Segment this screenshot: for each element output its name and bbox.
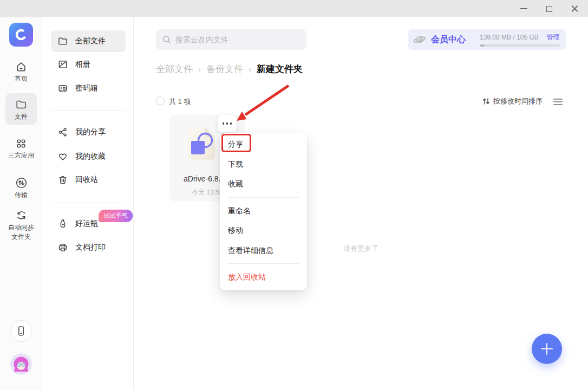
- maximize-button[interactable]: [541, 2, 557, 16]
- sort-control[interactable]: 按修改时间排序: [482, 96, 543, 106]
- rail-item-third-party-apps[interactable]: 三方应用: [0, 138, 42, 160]
- breadcrumb-item-current-folder: 新建文件夹: [257, 63, 303, 75]
- search-input[interactable]: [175, 35, 300, 44]
- menu-item-rename[interactable]: 重命名: [220, 201, 307, 221]
- planet-icon: [413, 33, 426, 46]
- sidebar-item-label: 好运瓶: [75, 219, 98, 229]
- folder-icon: [57, 36, 68, 47]
- sort-label: 按修改时间排序: [493, 96, 543, 106]
- sidebar-item-doc-print[interactable]: 文档打印: [51, 237, 126, 258]
- mobile-app-button[interactable]: [10, 320, 32, 342]
- heart-icon: [57, 151, 68, 162]
- rail-item-files[interactable]: 文件: [5, 93, 37, 125]
- search-bar[interactable]: [156, 29, 306, 50]
- context-menu: 分享 下载 收藏 重命名 移动 查看详细信息 放入回收站: [220, 133, 307, 290]
- avatar-image: [10, 353, 32, 375]
- sidebar: 全部文件 相册 密码箱 我的分享 我的收藏 回收站: [42, 17, 134, 390]
- no-more-items-label: 没有更多了: [134, 244, 588, 253]
- sidebar-item-all-files[interactable]: 全部文件: [51, 30, 126, 52]
- folder-icon: [15, 99, 27, 110]
- apps-icon: [15, 138, 27, 150]
- share-icon: [57, 127, 68, 138]
- sidebar-item-label: 文档打印: [75, 243, 106, 252]
- menu-item-move[interactable]: 移动: [220, 220, 307, 240]
- menu-item-download[interactable]: 下载: [220, 154, 307, 174]
- breadcrumb-item-all-files[interactable]: 全部文件: [156, 63, 193, 75]
- minimize-icon: [520, 8, 527, 9]
- titlebar: [0, 0, 588, 17]
- menu-item-share[interactable]: 分享: [220, 134, 307, 154]
- minimize-button[interactable]: [515, 2, 532, 16]
- sidebar-item-label: 全部文件: [75, 36, 106, 46]
- member-center[interactable]: 会员中心 139.08 MB / 105 GB 管理: [408, 29, 566, 50]
- safe-box-icon: [57, 83, 68, 94]
- breadcrumb-separator: ›: [249, 64, 251, 74]
- main-content: 会员中心 139.08 MB / 105 GB 管理 全部文件 › 备份文件 ›…: [134, 17, 588, 390]
- printer-icon: [57, 242, 68, 253]
- view-toggle-icon[interactable]: [553, 99, 563, 105]
- sidebar-item-album[interactable]: 相册: [51, 54, 126, 75]
- sidebar-item-my-shares[interactable]: 我的分享: [51, 121, 126, 143]
- phone-icon: [15, 325, 27, 337]
- sidebar-item-recycle-bin[interactable]: 回收站: [51, 169, 126, 191]
- add-button[interactable]: [532, 334, 562, 364]
- rail-item-auto-sync[interactable]: 自动同步 文件夹: [0, 209, 42, 242]
- close-button[interactable]: [566, 2, 583, 16]
- sidebar-item-vault[interactable]: 密码箱: [51, 77, 126, 99]
- close-icon: [571, 5, 578, 12]
- menu-item-move-to-trash[interactable]: 放入回收站: [220, 267, 307, 287]
- breadcrumb: 全部文件 › 备份文件 › 新建文件夹: [156, 63, 303, 75]
- avatar[interactable]: [10, 353, 32, 375]
- trash-icon: [57, 174, 68, 185]
- menu-divider: [228, 263, 299, 264]
- sort-icon: [482, 98, 490, 105]
- storage-progress-fill: [480, 44, 485, 47]
- sidebar-item-label: 我的分享: [75, 127, 106, 137]
- home-icon: [15, 61, 27, 73]
- storage-progress-bar: [480, 44, 560, 47]
- rail-item-home[interactable]: 首页: [0, 61, 42, 83]
- item-count-label: 共 1 项: [169, 97, 191, 107]
- rail-item-label: 文件: [15, 112, 28, 121]
- menu-item-favorite[interactable]: 收藏: [220, 174, 307, 194]
- lucky-bottle-badge: 试试手气: [99, 210, 133, 222]
- search-icon: [162, 35, 171, 44]
- sidebar-item-favorites[interactable]: 我的收藏: [51, 146, 126, 167]
- bottle-icon: [57, 218, 68, 229]
- app-window: 首页 文件 三方应用 传输 自动同步 文件夹: [0, 0, 588, 390]
- sidebar-item-label: 我的收藏: [75, 152, 106, 161]
- storage-summary: 139.08 MB / 105 GB 管理: [480, 33, 560, 47]
- sidebar-divider: [51, 110, 126, 111]
- sidebar-item-label: 回收站: [75, 175, 98, 185]
- breadcrumb-separator: ›: [198, 64, 201, 74]
- sidebar-item-label: 密码箱: [75, 83, 98, 93]
- app-logo-icon[interactable]: [9, 23, 33, 47]
- rail-item-label: 三方应用: [8, 151, 34, 160]
- rail-item-label: 首页: [15, 74, 28, 83]
- rail-item-transfer[interactable]: 传输: [0, 177, 42, 200]
- breadcrumb-item-backup-files[interactable]: 备份文件: [206, 63, 243, 75]
- rail-item-label: 传输: [15, 191, 28, 200]
- sync-icon: [15, 209, 28, 222]
- rail-item-label-line2: 文件夹: [11, 232, 31, 242]
- file-type-icon: [187, 127, 215, 160]
- more-icon: [223, 122, 225, 125]
- member-center-label[interactable]: 会员中心: [431, 34, 466, 46]
- menu-item-details[interactable]: 查看详细信息: [220, 240, 307, 261]
- manage-storage-link[interactable]: 管理: [546, 33, 560, 42]
- more-actions-button[interactable]: [218, 115, 237, 132]
- sidebar-divider: [51, 203, 126, 203]
- maximize-icon: [546, 6, 552, 12]
- photo-icon: [57, 59, 68, 70]
- sidebar-item-label: 相册: [75, 60, 90, 69]
- select-all-checkbox[interactable]: [156, 96, 165, 105]
- storage-usage-text: 139.08 MB / 105 GB: [480, 34, 539, 41]
- divider: [473, 34, 473, 45]
- rail-item-label-line1: 自动同步: [8, 223, 34, 232]
- left-rail: 首页 文件 三方应用 传输 自动同步 文件夹: [0, 17, 42, 390]
- transfer-icon: [15, 177, 28, 189]
- menu-divider: [228, 197, 299, 198]
